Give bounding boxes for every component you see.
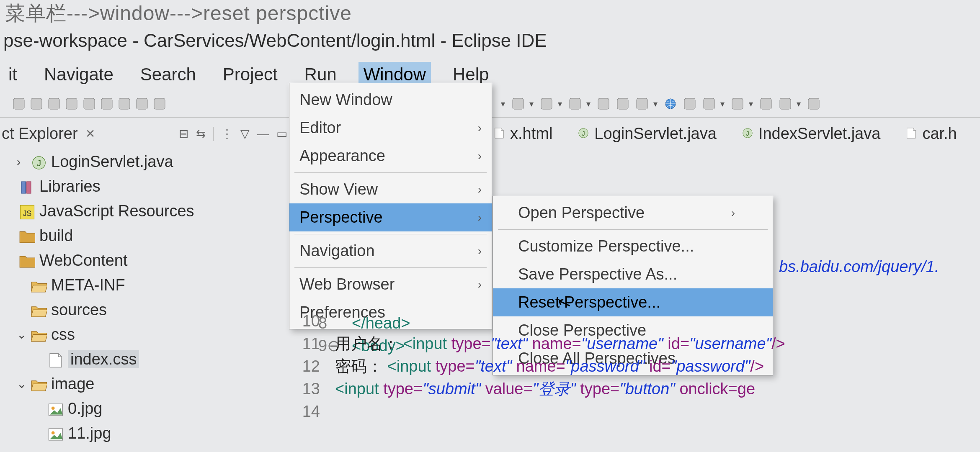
run-last-icon[interactable] <box>101 98 113 110</box>
code-lines: 用户名： <input type="text" name="username" … <box>335 310 980 423</box>
editor-tab[interactable]: LoginServlet.java <box>578 125 717 143</box>
dropdown-arrow-icon[interactable]: ▾ <box>586 99 591 109</box>
code-url-fragment: bs.baidu.com/jquery/1. <box>779 257 939 276</box>
dropdown-arrow-icon[interactable]: ▾ <box>558 99 562 109</box>
menu-item-label: Show View <box>299 180 478 198</box>
debug-icon[interactable] <box>65 98 78 110</box>
folder-open-icon <box>31 377 47 391</box>
menu-item-navigation[interactable]: Navigation› <box>289 237 492 265</box>
skip-icon[interactable] <box>136 98 148 110</box>
dropdown-arrow-icon[interactable]: ▾ <box>749 99 753 109</box>
refresh-icon[interactable] <box>683 98 696 110</box>
menu-item-label: Navigation <box>299 242 478 260</box>
new-icon[interactable] <box>13 98 25 110</box>
menu-item-appearance[interactable]: Appearance› <box>289 142 492 170</box>
explorer-header: ct Explorer ✕ ⊟ ⇆ ⋮ ▽ — ▭ <box>0 121 289 146</box>
dropdown-arrow-icon[interactable]: ▾ <box>501 99 505 109</box>
line-gutter: 10 11 12 13 14 <box>293 310 327 423</box>
tree-label: LoginServlet.java <box>51 153 173 171</box>
tree-item[interactable]: ›LoginServlet.java <box>0 149 289 174</box>
view-menu-icon[interactable]: ⋮ <box>221 127 233 141</box>
coverage-icon[interactable] <box>153 98 166 110</box>
menu-divider <box>294 172 487 173</box>
save-icon[interactable] <box>30 98 43 110</box>
menu-search[interactable]: Search <box>135 62 201 87</box>
menu-item-label: Editor <box>299 119 478 137</box>
save-all-icon[interactable] <box>48 98 60 110</box>
close-tab-icon[interactable]: ✕ <box>85 127 95 141</box>
image-icon <box>48 426 64 441</box>
menu-item-editor[interactable]: Editor› <box>289 114 492 142</box>
tree-item[interactable]: build <box>0 223 289 248</box>
minimize-icon[interactable]: — <box>257 127 269 141</box>
submenu-item-label: Save Perspective As... <box>518 265 735 283</box>
menu-item-label: Perspective <box>299 208 478 226</box>
menu-it[interactable]: it <box>3 62 22 87</box>
dropdown-arrow-icon[interactable]: ▾ <box>529 99 534 109</box>
back-icon[interactable] <box>779 98 792 110</box>
expand-icon[interactable]: ⌄ <box>17 377 31 391</box>
bug-icon[interactable] <box>512 98 524 110</box>
menu-project[interactable]: Project <box>218 62 283 87</box>
tree-item[interactable]: Libraries <box>0 174 289 199</box>
submenu-item-save-perspective-as-[interactable]: Save Perspective As... <box>493 260 773 288</box>
menu-navigate[interactable]: Navigate <box>39 62 119 87</box>
tree-item[interactable]: 0.jpg <box>0 396 289 421</box>
menu-item-perspective[interactable]: Perspective› <box>289 203 492 231</box>
browser-icon[interactable] <box>664 98 677 110</box>
menu-item-new-window[interactable]: New Window <box>289 86 492 114</box>
wand-icon[interactable] <box>636 98 648 110</box>
tree-item[interactable]: sources <box>0 298 289 322</box>
stop-icon[interactable] <box>118 98 131 110</box>
tree-label: image <box>51 375 95 393</box>
menu-divider <box>294 234 487 234</box>
next-icon[interactable] <box>760 98 772 110</box>
filter-icon[interactable] <box>703 98 715 110</box>
submenu-item-open-perspective[interactable]: Open Perspective› <box>493 199 773 227</box>
run-icon[interactable] <box>83 98 95 110</box>
open-type-icon[interactable] <box>540 98 553 110</box>
dropdown-arrow-icon[interactable]: ▾ <box>653 99 658 109</box>
editor-tab[interactable]: IndexServlet.java <box>742 125 881 143</box>
tree-item[interactable]: WebContent <box>0 248 289 273</box>
format-icon[interactable] <box>731 98 744 110</box>
maximize-icon[interactable]: ▭ <box>276 127 287 141</box>
menu-item-web-browser[interactable]: Web Browser› <box>289 270 492 298</box>
folder-icon <box>19 254 35 268</box>
folder-icon <box>19 229 35 243</box>
tree-label: WebContent <box>39 252 128 270</box>
tree-item[interactable]: JavaScript Resources <box>0 199 289 223</box>
expand-icon[interactable]: ⌄ <box>17 328 31 342</box>
tree-item[interactable]: ⌄image <box>0 372 289 396</box>
submenu-item-label: Reset Perspective... <box>518 293 735 311</box>
instruction-text: 菜单栏--->window--->reset perspctive <box>0 0 352 27</box>
filter-dropdown-icon[interactable]: ▽ <box>240 127 250 141</box>
tree-item[interactable]: 11.jpg <box>0 421 289 446</box>
submenu-item-customize-perspective-[interactable]: Customize Perspective... <box>493 232 773 260</box>
tree-label: 0.jpg <box>68 400 102 418</box>
tree-item[interactable]: META-INF <box>0 273 289 298</box>
explorer-title: ct Explorer <box>2 125 78 143</box>
tree-item[interactable]: ⌄css <box>0 322 289 347</box>
submenu-arrow-icon: › <box>478 244 482 258</box>
task-icon[interactable] <box>597 98 610 110</box>
submenu-arrow-icon: › <box>478 211 482 224</box>
menu-item-label: Web Browser <box>299 275 478 293</box>
forward-icon[interactable] <box>807 98 820 110</box>
dropdown-arrow-icon[interactable]: ▾ <box>797 99 801 109</box>
editor-tab[interactable]: car.h <box>905 125 957 143</box>
editor-tab[interactable]: x.html <box>493 125 552 143</box>
tree-label: sources <box>51 301 107 319</box>
menu-item-show-view[interactable]: Show View› <box>289 175 492 203</box>
search-icon[interactable] <box>569 98 581 110</box>
link-editor-icon[interactable]: ⇆ <box>196 127 206 141</box>
expand-icon[interactable]: › <box>17 155 31 169</box>
collapse-all-icon[interactable]: ⊟ <box>179 127 188 141</box>
folder-open-icon <box>31 278 47 293</box>
java-icon <box>31 155 47 169</box>
ant-icon[interactable] <box>616 98 629 110</box>
java-icon <box>578 125 589 143</box>
lib-icon <box>19 180 35 194</box>
tree-item[interactable]: index.css <box>0 347 289 372</box>
dropdown-arrow-icon[interactable]: ▾ <box>720 99 725 109</box>
